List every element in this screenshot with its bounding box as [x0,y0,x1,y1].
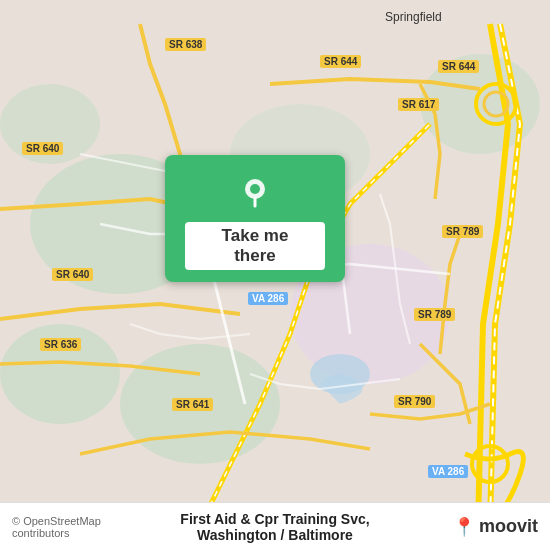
road-label-sr638: SR 638 [165,38,206,51]
take-me-there-label: Take me there [185,222,325,270]
road-label-sr617: SR 617 [398,98,439,111]
location-pin-icon [234,170,276,212]
road-label-va286b: VA 286 [428,465,468,478]
road-label-sr644b: SR 644 [438,60,479,73]
road-label-sr644a: SR 644 [320,55,361,68]
road-label-sr640b: SR 640 [52,268,93,281]
take-me-there-button[interactable]: Take me there [165,155,345,282]
moovit-logo: 📍 moovit [407,516,539,538]
road-label-sr789a: SR 789 [442,225,483,238]
location-title: First Aid & Cpr Training Svc, Washington… [144,511,407,543]
map-container: SR 638 SR 644 SR 644 SR 617 SR 640 SR 64… [0,0,550,550]
road-label-sr789b: SR 789 [414,308,455,321]
moovit-text: moovit [479,516,538,537]
copyright-text: © OpenStreetMap contributors [12,515,144,539]
moovit-pin-icon: 📍 [453,516,475,538]
bottom-bar: © OpenStreetMap contributors First Aid &… [0,502,550,550]
springfield-label: Springfield [385,10,442,24]
road-label-sr790: SR 790 [394,395,435,408]
svg-point-14 [250,184,260,194]
road-label-va286a: VA 286 [248,292,288,305]
road-label-sr640a: SR 640 [22,142,63,155]
road-label-sr636: SR 636 [40,338,81,351]
road-label-sr641: SR 641 [172,398,213,411]
